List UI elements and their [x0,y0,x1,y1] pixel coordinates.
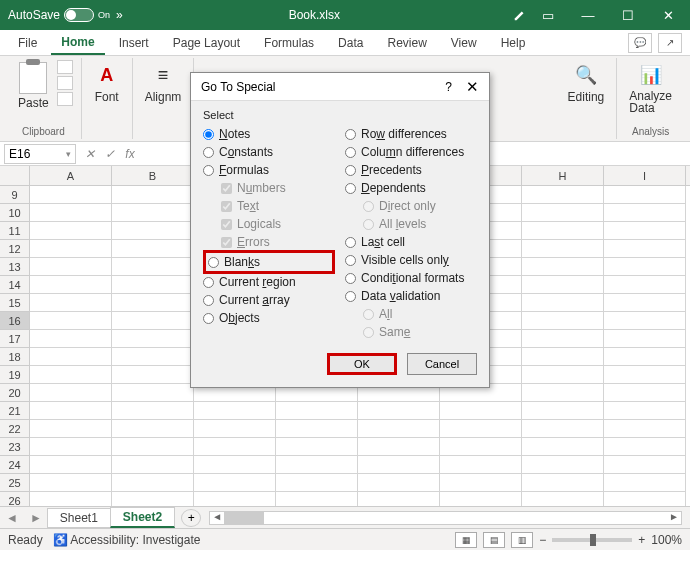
tab-home[interactable]: Home [51,31,104,55]
col-header[interactable]: B [112,166,194,185]
tab-formulas[interactable]: Formulas [254,32,324,54]
radio-constants[interactable]: Constants [203,143,335,161]
cell[interactable] [276,492,358,506]
enter-icon[interactable]: ✓ [100,144,120,164]
cell[interactable] [522,276,604,294]
dialog-titlebar[interactable]: Go To Special ? ✕ [191,73,489,101]
tab-review[interactable]: Review [377,32,436,54]
tab-pagelayout[interactable]: Page Layout [163,32,250,54]
radio-formulas[interactable]: Formulas [203,161,335,179]
cancel-icon[interactable]: ✕ [80,144,100,164]
cell[interactable] [358,438,440,456]
cell[interactable] [358,402,440,420]
row-header[interactable]: 11 [0,222,30,240]
cell[interactable] [440,456,522,474]
normal-view-button[interactable]: ▦ [455,532,477,548]
cell[interactable] [112,312,194,330]
row-header[interactable]: 13 [0,258,30,276]
cell[interactable] [30,420,112,438]
cell[interactable] [522,240,604,258]
cell[interactable] [358,474,440,492]
accessibility-status[interactable]: ♿ Accessibility: Investigate [53,533,201,547]
page-break-view-button[interactable]: ▥ [511,532,533,548]
cell[interactable] [194,402,276,420]
cell[interactable] [112,276,194,294]
radio-dependents[interactable]: Dependents [345,179,477,197]
cell[interactable] [30,312,112,330]
radio-current-region[interactable]: Current region [203,273,335,291]
cell[interactable] [604,276,686,294]
cell[interactable] [30,186,112,204]
cell[interactable] [604,294,686,312]
cell[interactable] [604,330,686,348]
radio-notes[interactable]: Notes [203,125,335,143]
cell[interactable] [522,420,604,438]
ok-button[interactable]: OK [327,353,397,375]
cell[interactable] [522,204,604,222]
radio-last-cell[interactable]: Last cell [345,233,477,251]
zoom-out-button[interactable]: − [539,533,546,547]
cell[interactable] [604,384,686,402]
sheet-nav-next[interactable]: ► [24,511,48,525]
cell[interactable] [30,258,112,276]
cell[interactable] [194,492,276,506]
radio-col-diff[interactable]: Column differences [345,143,477,161]
cell[interactable] [522,222,604,240]
row-header[interactable]: 25 [0,474,30,492]
cell[interactable] [112,438,194,456]
cell[interactable] [30,294,112,312]
radio-row-diff[interactable]: Row differences [345,125,477,143]
alignment-button[interactable]: ≡Alignm [141,60,186,106]
toggle-switch[interactable] [64,8,94,22]
sheet-nav-prev[interactable]: ◄ [0,511,24,525]
cell[interactable] [112,222,194,240]
cell[interactable] [276,420,358,438]
radio-data-validation[interactable]: Data validation [345,287,477,305]
close-button[interactable]: ✕ [654,5,682,25]
radio-conditional-formats[interactable]: Conditional formats [345,269,477,287]
cell[interactable] [522,384,604,402]
cell[interactable] [30,204,112,222]
cell[interactable] [604,312,686,330]
cell[interactable] [194,456,276,474]
cell[interactable] [604,204,686,222]
scroll-thumb[interactable] [224,512,264,524]
cell[interactable] [30,222,112,240]
cell[interactable] [440,492,522,506]
row-header[interactable]: 12 [0,240,30,258]
cell[interactable] [112,204,194,222]
cell[interactable] [112,384,194,402]
qat-more[interactable]: » [116,8,123,22]
row-header[interactable]: 15 [0,294,30,312]
cell[interactable] [440,474,522,492]
cell[interactable] [30,402,112,420]
select-all-corner[interactable] [0,166,30,185]
cell[interactable] [112,186,194,204]
cell[interactable] [604,222,686,240]
name-box[interactable]: E16▾ [4,144,76,164]
row-header[interactable]: 10 [0,204,30,222]
cell[interactable] [522,258,604,276]
cell[interactable] [522,348,604,366]
cell[interactable] [604,258,686,276]
scroll-arrow-right[interactable]: ► [669,511,679,522]
cell[interactable] [30,240,112,258]
cell[interactable] [112,366,194,384]
cell[interactable] [604,402,686,420]
cell[interactable] [604,186,686,204]
cell[interactable] [604,474,686,492]
cell[interactable] [358,420,440,438]
row-header[interactable]: 17 [0,330,30,348]
cell[interactable] [276,456,358,474]
cell[interactable] [358,492,440,506]
minimize-button[interactable]: — [574,5,602,25]
row-header[interactable]: 14 [0,276,30,294]
comments-icon[interactable]: 💬 [628,33,652,53]
dialog-close-button[interactable]: ✕ [466,78,479,96]
col-header[interactable]: I [604,166,686,185]
new-sheet-button[interactable]: + [181,509,201,527]
pen-icon[interactable] [506,5,534,25]
cell[interactable] [30,456,112,474]
cell[interactable] [112,258,194,276]
font-button[interactable]: AFont [90,60,124,106]
